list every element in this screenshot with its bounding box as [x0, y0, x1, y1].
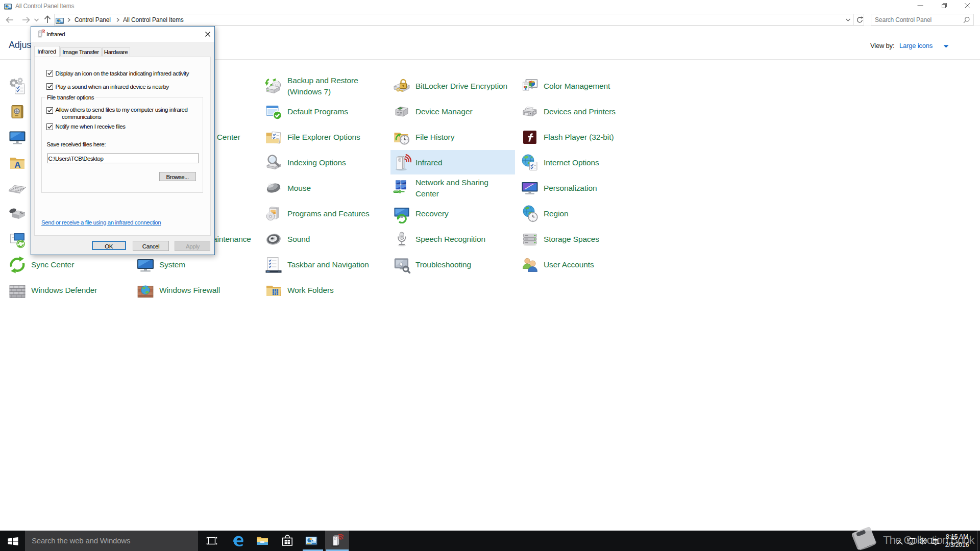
svg-text:A: A — [14, 160, 20, 170]
